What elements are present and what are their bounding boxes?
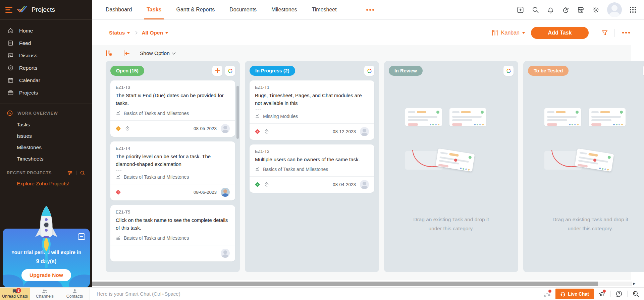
filter-all-open-dropdown[interactable]: All Open	[142, 30, 168, 36]
assignee-avatar[interactable]	[360, 127, 369, 136]
assignee-avatar[interactable]	[221, 249, 230, 258]
assignee-avatar[interactable]	[360, 180, 369, 189]
more-options-icon[interactable]	[621, 31, 631, 35]
upgrade-now-button[interactable]: Upgrade Now	[21, 269, 71, 281]
priority-diamond-icon[interactable]	[116, 190, 121, 195]
tab-dashboard[interactable]: Dashboard	[106, 0, 132, 19]
priority-diamond-icon[interactable]	[255, 129, 260, 134]
collapse-section-icon[interactable]	[7, 110, 13, 116]
announcements-megaphone-icon[interactable]	[598, 291, 606, 297]
tab-tasks[interactable]: Tasks	[147, 0, 161, 19]
sidebar-item-discuss[interactable]: Discuss	[0, 49, 92, 62]
tab-gantt-reports[interactable]: Gantt & Reports	[176, 0, 215, 19]
more-tabs-icon[interactable]	[366, 9, 374, 11]
task-title: Bugs, Timesheet, Pages, and Chat modules…	[255, 92, 369, 107]
user-avatar[interactable]	[607, 2, 622, 17]
view-selector-kanban[interactable]: Kanban	[492, 30, 525, 36]
search-icon[interactable]	[532, 6, 539, 14]
scroll-right-arrow-icon[interactable]: ▶	[632, 281, 637, 286]
filter-funnel-icon[interactable]	[601, 29, 608, 37]
status-dropdown[interactable]: Status	[109, 30, 130, 36]
drag-hint-text: Drag an existing Task and drop it under …	[528, 215, 644, 233]
sidebar-item-timesheets[interactable]: Timesheets	[0, 153, 92, 165]
kanban-settings-icon[interactable]	[106, 50, 113, 57]
smart-chat-input[interactable]	[97, 291, 398, 297]
refresh-column-icon[interactable]	[643, 66, 644, 76]
top-navigation-bar: Dashboard Tasks Gantt & Reports Document…	[92, 0, 644, 20]
task-id: EZ1-T1	[255, 85, 369, 90]
task-title: Multiple users can be owners of the same…	[255, 156, 369, 163]
tab-timesheet[interactable]: Timesheet	[312, 0, 337, 19]
column-status-pill: In Review	[389, 66, 423, 76]
sidebar-item-milestones[interactable]: Milestones	[0, 142, 92, 153]
live-chat-button[interactable]: Live Chat	[555, 289, 594, 299]
priority-diamond-icon[interactable]	[255, 182, 260, 187]
contacts-tab[interactable]: Contacts	[60, 288, 90, 300]
column-scrollbar[interactable]	[236, 86, 239, 139]
sidebar-item-reports[interactable]: Reports	[0, 62, 92, 74]
sidebar-item-calendar[interactable]: Calendar	[0, 74, 92, 86]
task-card[interactable]: EZ1-T3 The Start & End (Due) dates can b…	[110, 80, 235, 137]
due-date: 08-06-2023	[194, 190, 217, 195]
channels-tab[interactable]: Channels	[30, 288, 60, 300]
add-new-icon[interactable]	[517, 6, 524, 14]
notifications-bell-icon[interactable]	[547, 6, 554, 14]
sidebar-item-home[interactable]: Home	[0, 24, 92, 37]
explore-zoho-projects-link[interactable]: Explore Zoho Projects!	[0, 178, 92, 190]
add-task-in-column-button[interactable]	[212, 66, 222, 76]
hamburger-menu-icon[interactable]	[5, 7, 13, 13]
task-card[interactable]: EZ1-T4 The priority level can be set for…	[110, 141, 235, 201]
tour-map-icon[interactable]	[543, 291, 551, 297]
timer-log-icon[interactable]	[264, 129, 269, 134]
tab-documents[interactable]: Documents	[229, 0, 257, 19]
projects-briefcase-icon	[7, 89, 14, 96]
refresh-column-icon[interactable]	[503, 66, 514, 76]
refresh-column-icon[interactable]	[364, 66, 374, 76]
sidebar-item-issues[interactable]: Issues	[0, 130, 92, 142]
minimize-banner-icon[interactable]	[78, 233, 85, 240]
sidebar-search-icon[interactable]	[80, 170, 85, 176]
collapse-columns-icon[interactable]	[123, 50, 130, 57]
divider	[0, 104, 92, 104]
home-icon	[7, 27, 14, 34]
calendar-icon	[7, 77, 14, 83]
sidebar-item-feed[interactable]: Feed	[0, 37, 92, 49]
tab-milestones[interactable]: Milestones	[271, 0, 297, 19]
scrollbar-track[interactable]	[91, 282, 632, 286]
assignee-avatar[interactable]	[221, 124, 230, 133]
assignee-avatar[interactable]	[221, 188, 230, 197]
unread-chats-tab[interactable]: 2 Unread Chats	[0, 288, 30, 300]
timer-icon[interactable]	[562, 6, 570, 14]
filter-sliders-icon[interactable]	[67, 170, 73, 176]
apps-grid-icon[interactable]	[629, 6, 637, 13]
column-status-pill: In Progress (2)	[250, 66, 295, 76]
task-title: The priority level can be set for a task…	[116, 153, 230, 168]
sidebar-item-projects[interactable]: Projects	[0, 86, 92, 99]
marketplace-icon[interactable]	[577, 6, 585, 14]
unread-count-badge: 2	[16, 288, 21, 293]
empty-column-illustration	[535, 108, 644, 195]
timer-log-icon[interactable]	[264, 182, 269, 187]
task-card[interactable]: EZ1-T5 Click on the task name to see the…	[110, 205, 235, 261]
sidebar: Projects Home Feed Discuss Reports Calen…	[0, 0, 92, 287]
empty-column-illustration	[396, 108, 506, 195]
scrollbar-thumb[interactable]	[91, 282, 598, 286]
card-footer: 08-05-2023	[116, 124, 230, 133]
task-card[interactable]: EZ1-T2 Multiple users can be owners of t…	[250, 144, 374, 193]
zoom-lens-icon[interactable]: 2	[632, 290, 639, 297]
task-card[interactable]: EZ1-T1 Bugs, Timesheet, Pages, and Chat …	[250, 80, 374, 140]
milestone-icon	[255, 114, 260, 119]
zoom-level-value: 2	[634, 291, 635, 294]
timer-log-icon[interactable]	[125, 126, 130, 131]
truncation-ellipsis	[255, 107, 369, 110]
refresh-column-icon[interactable]	[225, 66, 235, 76]
show-option-dropdown[interactable]: Show Option	[140, 50, 175, 56]
add-task-button[interactable]: Add Task	[531, 27, 589, 39]
empty-column-content: Drag an existing Task and drop it under …	[528, 108, 644, 233]
settings-gear-icon[interactable]	[592, 6, 600, 14]
task-title: The Start & End (Due) dates can be provi…	[116, 92, 230, 107]
work-overview-header[interactable]: WORK OVERVIEW	[0, 107, 92, 119]
help-icon[interactable]	[615, 290, 623, 297]
priority-diamond-icon[interactable]	[116, 126, 121, 131]
sidebar-item-tasks[interactable]: Tasks	[0, 119, 92, 130]
